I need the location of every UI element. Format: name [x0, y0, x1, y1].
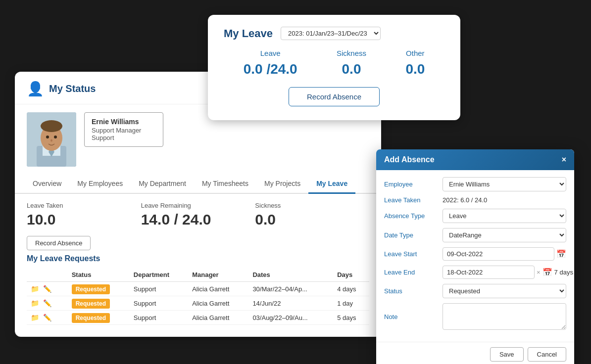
- col-actions: [27, 268, 68, 282]
- svg-point-8: [50, 139, 52, 142]
- folder-icon[interactable]: 📁: [31, 299, 39, 307]
- leave-end-clear-button[interactable]: ×: [537, 269, 541, 276]
- folder-icon[interactable]: 📁: [31, 285, 39, 293]
- sickness-value-main: 0.0: [255, 211, 369, 228]
- leave-stat-leave: Leave 0.0 /24.0: [244, 49, 297, 77]
- leave-stat-sickness: Sickness 0.0: [337, 49, 366, 77]
- tab-my-employees[interactable]: My Employees: [69, 175, 131, 194]
- leave-value: 0.0 /24.0: [244, 61, 297, 77]
- sickness-value: 0.0: [337, 61, 366, 77]
- person-photo-svg: [27, 112, 76, 167]
- status-badge: Requested: [72, 313, 110, 323]
- add-absence-modal: Add Absence × Employee Ernie Williams Le…: [376, 149, 574, 364]
- note-textarea[interactable]: [443, 303, 566, 330]
- leave-requests-title: My Leave Requests: [27, 254, 369, 263]
- record-absence-button[interactable]: Record Absence: [27, 236, 91, 250]
- employee-name: Ernie Williams: [92, 118, 156, 126]
- my-leave-card: My Leave 2023: 01/Jan/23–31/Dec/23 Leave…: [208, 15, 460, 120]
- my-leave-record-absence-button[interactable]: Record Absence: [289, 87, 380, 106]
- leave-start-label: Leave Start: [384, 250, 439, 258]
- row-dates: 30/Mar/22–04/Ap...: [248, 282, 333, 296]
- employee-role: Support Manager: [92, 127, 156, 134]
- leave-start-input-wrap: 📅: [443, 247, 566, 261]
- tab-overview[interactable]: Overview: [25, 175, 69, 194]
- edit-icon[interactable]: ✏️: [43, 299, 51, 307]
- date-type-label: Date Type: [384, 231, 439, 239]
- person-photo: [27, 112, 76, 167]
- leave-remaining-value: 14.0 / 24.0: [141, 211, 255, 228]
- save-button[interactable]: Save: [490, 347, 524, 362]
- leave-end-input[interactable]: [443, 266, 535, 279]
- form-row-note: Note: [384, 303, 566, 330]
- employee-select[interactable]: Ernie Williams: [443, 177, 566, 191]
- tab-my-timesheets[interactable]: My Timesheets: [194, 175, 256, 194]
- form-row-leave-taken: Leave Taken 2022: 6.0 / 24.0: [384, 196, 566, 204]
- tab-my-projects[interactable]: My Projects: [256, 175, 308, 194]
- row-days: 4 days: [333, 282, 369, 296]
- leave-requests-section: My Leave Requests Status Department Mana…: [15, 254, 381, 325]
- leave-start-input[interactable]: [443, 247, 554, 261]
- my-status-title: My Status: [49, 83, 96, 94]
- leave-label: Leave: [244, 49, 297, 57]
- calendar-icon-end[interactable]: 📅: [542, 268, 552, 277]
- status-badge: Requested: [72, 299, 110, 309]
- edit-icon[interactable]: ✏️: [43, 285, 51, 293]
- row-manager: Alicia Garrett: [188, 282, 248, 296]
- my-leave-header: My Leave 2023: 01/Jan/23–31/Dec/23: [224, 27, 444, 40]
- row-status: Requested: [68, 311, 130, 325]
- row-department: Support: [130, 311, 188, 325]
- row-actions: 📁 ✏️: [27, 282, 68, 296]
- leave-taken-label-modal: Leave Taken: [384, 196, 439, 204]
- row-status: Requested: [68, 296, 130, 311]
- row-actions: 📁 ✏️: [27, 311, 68, 325]
- row-days: 1 day: [333, 296, 369, 311]
- employee-dept: Support: [92, 134, 156, 141]
- stat-sickness: Sickness 0.0: [255, 202, 369, 228]
- absence-type-label: Absence Type: [384, 212, 439, 220]
- calendar-icon-start[interactable]: 📅: [556, 249, 566, 259]
- modal-body: Employee Ernie Williams Leave Taken 2022…: [376, 170, 574, 342]
- leave-stat-other: Other 0.0: [405, 49, 425, 77]
- cancel-button[interactable]: Cancel: [528, 347, 566, 362]
- leave-remaining-label: Leave Remaining: [141, 202, 255, 209]
- leave-end-days: 7 days: [554, 269, 573, 276]
- col-status: Status: [68, 268, 130, 282]
- other-value: 0.0: [405, 61, 425, 77]
- note-label: Note: [384, 313, 439, 320]
- sickness-label: Sickness: [337, 49, 366, 57]
- svg-point-6: [46, 136, 49, 138]
- row-actions: 📁 ✏️: [27, 296, 68, 311]
- folder-icon[interactable]: 📁: [31, 314, 39, 321]
- form-row-status: Status Requested: [384, 284, 566, 298]
- col-days: Days: [333, 268, 369, 282]
- nav-tabs: Overview My Employees My Department My T…: [15, 175, 381, 194]
- absence-type-select[interactable]: Leave: [443, 209, 566, 223]
- row-dates: 03/Aug/22–09/Au...: [248, 311, 333, 325]
- person-icon: 👤: [27, 81, 44, 97]
- stat-leave-remaining: Leave Remaining 14.0 / 24.0: [141, 202, 255, 228]
- employee-info-box: Ernie Williams Support Manager Support: [84, 112, 163, 147]
- table-row: 📁 ✏️ Requested Support Alicia Garrett 03…: [27, 311, 369, 325]
- status-select[interactable]: Requested: [443, 284, 566, 298]
- edit-icon[interactable]: ✏️: [43, 314, 51, 321]
- form-row-leave-end: Leave End × 📅 7 days: [384, 266, 566, 279]
- row-dates: 14/Jun/22: [248, 296, 333, 311]
- my-leave-period-select[interactable]: 2023: 01/Jan/23–31/Dec/23: [281, 27, 381, 40]
- stat-leave-taken: Leave Taken 10.0: [27, 202, 141, 228]
- modal-footer: Save Cancel: [376, 342, 574, 364]
- tab-my-leave[interactable]: My Leave: [308, 175, 355, 194]
- row-department: Support: [130, 282, 188, 296]
- row-manager: Alicia Garrett: [188, 296, 248, 311]
- tab-my-department[interactable]: My Department: [131, 175, 194, 194]
- status-label: Status: [384, 287, 439, 295]
- date-type-select[interactable]: DateRange: [443, 228, 566, 242]
- form-row-date-type: Date Type DateRange: [384, 228, 566, 242]
- leave-taken-label: Leave Taken: [27, 202, 141, 209]
- modal-close-button[interactable]: ×: [562, 155, 566, 164]
- other-label: Other: [405, 49, 425, 57]
- my-leave-stats: Leave 0.0 /24.0 Sickness 0.0 Other 0.0: [224, 49, 444, 77]
- svg-point-5: [41, 120, 62, 132]
- employee-label: Employee: [384, 181, 439, 188]
- my-leave-title: My Leave: [224, 27, 273, 40]
- table-row: 📁 ✏️ Requested Support Alicia Garrett 30…: [27, 282, 369, 296]
